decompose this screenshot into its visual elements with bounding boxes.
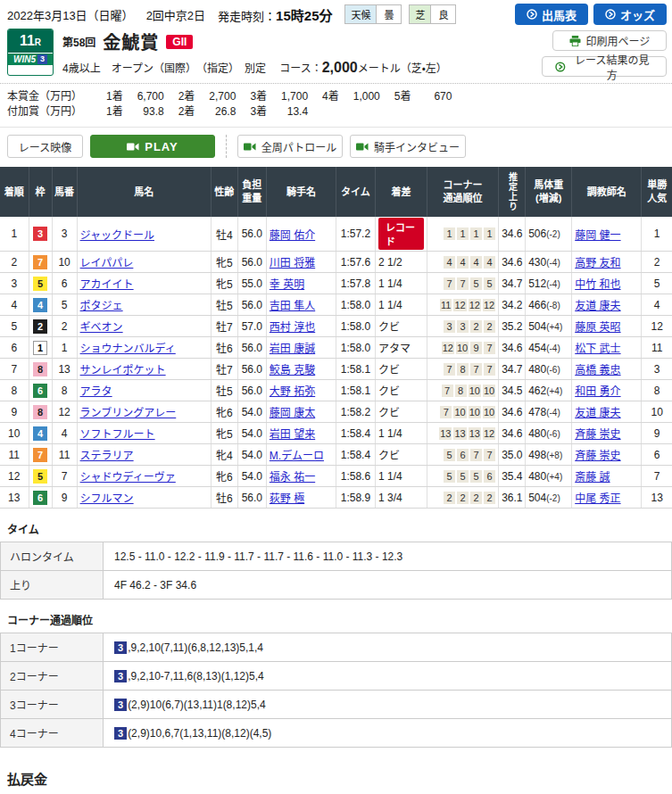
horse-name-link[interactable]: アラタ [80, 385, 112, 398]
trainer-cell: 藤原 英昭 [572, 316, 642, 337]
trainer-link[interactable]: 斉藤 崇史 [575, 450, 620, 462]
body-weight: 504(-2) [526, 487, 572, 509]
corner-positions: 5677 [427, 444, 499, 466]
weather-label: 天候 [345, 5, 376, 23]
jockey-interview-button[interactable]: 騎手インタビュー [350, 135, 466, 158]
finish-time: 1:57.6 [336, 252, 375, 273]
corner-position: 13 [439, 427, 452, 440]
sex-age: 牡7 [211, 316, 237, 337]
turf-condition-badge: 芝 良 [409, 4, 456, 24]
trainer-link[interactable]: 藤原 英昭 [575, 321, 620, 334]
horse-name-link[interactable]: ジャックドール [80, 229, 154, 242]
horse-name-cell: ギベオン [77, 316, 211, 337]
trainer-link[interactable]: 斉藤 崇史 [575, 428, 620, 441]
frame-number-badge: 1 [33, 341, 47, 355]
camera-icon [244, 142, 256, 152]
corner-position: 2 [484, 492, 495, 504]
frame-cell: 8 [29, 359, 52, 380]
corner-position: 10 [453, 406, 466, 418]
horse-name-cell: ショウナンバルディ [77, 337, 211, 359]
entry-table-button[interactable]: 出馬表 [515, 4, 588, 25]
trainer-link[interactable]: 友道 康夫 [575, 407, 620, 419]
corner-row: 4コーナー3(2,9)10,6,7(1,13,11)(8,12)(4,5) [1, 719, 672, 748]
corner-position: 2 [444, 492, 455, 504]
jockey-link[interactable]: 大野 拓弥 [270, 385, 315, 398]
finish-time: 1:58.0 [336, 316, 375, 337]
horse-name-link[interactable]: ランブリングアレー [80, 407, 177, 419]
trainer-cell: 斉藤 崇史 [572, 444, 642, 466]
jockey-link[interactable]: 岩田 康誠 [270, 343, 315, 355]
finish-time: 1:58.0 [336, 337, 375, 359]
corner-row-value: 3(2,9)10(6,7)(13,11)1(8,12)5,4 [104, 691, 672, 719]
jockey-link[interactable]: 岩田 望来 [270, 428, 315, 441]
patrol-video-button[interactable]: 全周パトロール [237, 135, 343, 158]
race-video-button[interactable]: レース映像 [7, 135, 83, 158]
horse-name-link[interactable]: アカイイト [80, 278, 134, 291]
corner-position: 7 [484, 449, 495, 461]
corner-position: 13 [469, 427, 481, 440]
horse-name-link[interactable]: ギベオン [80, 321, 123, 334]
horse-name-link[interactable]: サンレイポケット [80, 364, 166, 376]
corner-position: 7 [444, 363, 455, 376]
weather-badge: 天候 曇 [344, 4, 402, 24]
win5-number: 3 [37, 54, 47, 64]
carried-weight: 57.0 [237, 316, 266, 337]
result-row: 1369シフルマン牡656.0荻野 極1:58.91 3/4222236.150… [0, 487, 672, 509]
jockey-link[interactable]: 吉田 隼人 [270, 300, 315, 312]
win5-logo: WIN5 [13, 54, 36, 64]
race-series: 第58回 [62, 34, 95, 49]
sex-age: 牡6 [211, 487, 237, 509]
trainer-link[interactable]: 高野 友和 [575, 257, 620, 269]
horse-number: 4 [52, 423, 77, 444]
corner-position: 4 [470, 256, 482, 269]
trainer-link[interactable]: 斎藤 誠 [575, 471, 610, 484]
trainer-link[interactable]: 松下 武士 [575, 343, 620, 355]
carried-weight: 56.0 [237, 380, 266, 401]
print-page-button[interactable]: 印刷用ページ [552, 30, 667, 51]
trainer-link[interactable]: 和田 勇介 [575, 385, 620, 398]
horse-name-link[interactable]: レイパパレ [80, 257, 134, 269]
horse-name-cell: サンレイポケット [77, 359, 211, 380]
body-weight: 512(-4) [526, 273, 572, 294]
horse-name-link[interactable]: ステラリア [80, 450, 134, 462]
winner-number-badge: 3 [114, 727, 127, 740]
horse-name-link[interactable]: ポタジェ [80, 300, 123, 312]
last-3f: 34.2 [499, 294, 526, 316]
play-button[interactable]: PLAY [90, 135, 215, 158]
finish-position: 1 [0, 217, 29, 252]
frame-cell: 6 [29, 487, 52, 509]
jockey-link[interactable]: 川田 将雅 [270, 257, 315, 269]
trainer-link[interactable]: 中竹 和也 [575, 278, 620, 291]
payout-section: 払戻金 単勝3200円1番人気枠連3-7560円2番人気馬連3-10830円2番… [0, 769, 672, 794]
jockey-link[interactable]: 福永 祐一 [270, 471, 315, 484]
trainer-link[interactable]: 藤岡 健一 [575, 229, 620, 242]
trainer-link[interactable]: 中尾 秀正 [575, 492, 620, 505]
horse-name-cell: アカイイト [77, 273, 211, 294]
horse-name-link[interactable]: シャドウディーヴァ [80, 471, 176, 484]
result-row: 133ジャックドール牡456.0藤岡 佑介1:57.2レコード111134.65… [0, 217, 672, 252]
jockey-link[interactable]: 荻野 極 [270, 492, 304, 505]
jockey-link[interactable]: 藤岡 佑介 [270, 229, 315, 242]
sex-age: 牡7 [211, 359, 237, 380]
how-to-read-button[interactable]: レース結果の見方 [542, 56, 667, 77]
trainer-link[interactable]: 友道 康夫 [575, 300, 620, 312]
carried-weight: 56.0 [237, 337, 266, 359]
win-favorite: 10 [642, 401, 672, 423]
jockey-link[interactable]: 幸 英明 [270, 278, 304, 291]
jockey-link[interactable]: 西村 淳也 [270, 321, 315, 334]
last-3f: 34.7 [499, 359, 526, 380]
horse-name-link[interactable]: ソフトフルート [80, 428, 155, 441]
finish-time: 1:57.8 [336, 273, 375, 294]
body-weight: 498(+8) [526, 444, 572, 466]
jockey-link[interactable]: M.デムーロ [270, 450, 324, 462]
trainer-link[interactable]: 高橋 義忠 [575, 364, 620, 376]
frame-cell: 2 [29, 316, 52, 337]
margin-cell: クビ [375, 444, 427, 466]
odds-button[interactable]: オッズ [593, 4, 667, 25]
time-section: タイム ハロンタイム12.5 - 11.0 - 12.2 - 11.9 - 11… [0, 521, 672, 600]
horse-name-link[interactable]: シフルマン [80, 492, 134, 505]
jockey-link[interactable]: 藤岡 康太 [270, 407, 315, 419]
corner-position: 2 [484, 320, 495, 333]
jockey-link[interactable]: 鮫島 克駿 [270, 364, 315, 376]
horse-name-link[interactable]: ショウナンバルディ [80, 343, 176, 355]
